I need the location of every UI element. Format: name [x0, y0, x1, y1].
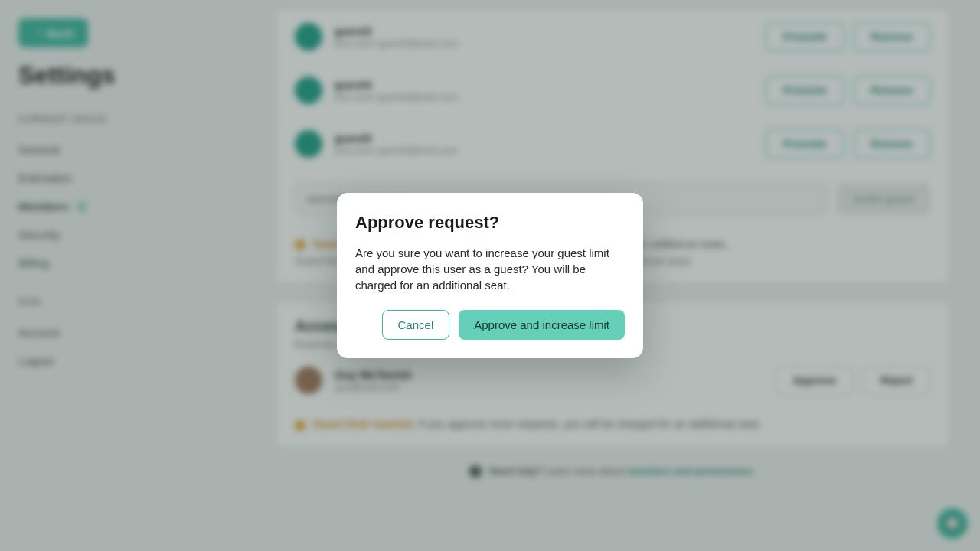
- modal-body: Are you sure you want to increase your g…: [355, 245, 625, 293]
- cancel-button[interactable]: Cancel: [382, 310, 450, 340]
- approve-request-modal: Approve request? Are you sure you want t…: [337, 193, 643, 358]
- modal-title: Approve request?: [355, 213, 625, 233]
- approve-and-increase-button[interactable]: Approve and increase limit: [459, 310, 625, 340]
